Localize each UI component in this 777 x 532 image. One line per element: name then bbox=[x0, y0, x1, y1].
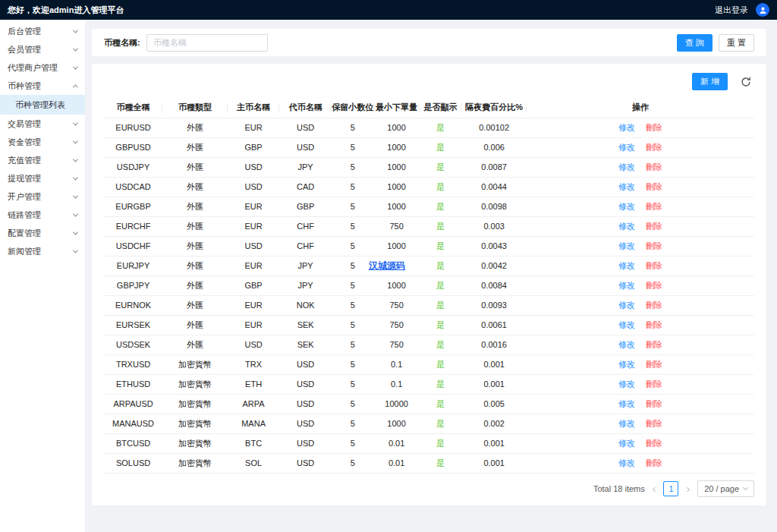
cell-name: USDJPY bbox=[104, 157, 162, 177]
sidebar-item-label: 新闻管理 bbox=[8, 246, 41, 257]
logout-link[interactable]: 退出登录 bbox=[715, 5, 748, 16]
delete-link[interactable]: 刪除 bbox=[646, 360, 662, 369]
add-button[interactable]: 新 增 bbox=[692, 73, 728, 90]
cell-name: EURJPY bbox=[104, 256, 162, 275]
sidebar-subitem[interactable]: 币种管理列表 bbox=[0, 95, 85, 115]
edit-link[interactable]: 修改 bbox=[618, 261, 635, 270]
delete-link[interactable]: 刪除 bbox=[646, 162, 662, 172]
cell-token: JPY bbox=[279, 275, 332, 295]
cell-main-coin: SOL bbox=[228, 453, 280, 473]
sidebar-item-label: 提现管理 bbox=[8, 173, 41, 184]
edit-link[interactable]: 修改 bbox=[618, 458, 635, 467]
chevron-up-icon bbox=[73, 84, 78, 90]
cell-overnight-fee: 0.001 bbox=[461, 433, 527, 453]
search-button[interactable]: 查 詢 bbox=[677, 34, 713, 52]
chevron-down-icon bbox=[73, 247, 78, 253]
watermark: 汉城源码 bbox=[369, 260, 405, 272]
edit-link[interactable]: 修改 bbox=[618, 419, 635, 428]
edit-link[interactable]: 修改 bbox=[618, 182, 635, 191]
sidebar-item[interactable]: 配置管理 bbox=[0, 224, 85, 242]
sidebar-item[interactable]: 提现管理 bbox=[0, 169, 85, 187]
delete-link[interactable]: 刪除 bbox=[646, 261, 662, 270]
table-row: GBPUSD 外匯 GBP USD 5 1000 是 0.006 修改刪除 bbox=[104, 137, 754, 157]
cell-show: 是 bbox=[420, 394, 462, 414]
edit-link[interactable]: 修改 bbox=[618, 162, 635, 172]
cell-actions: 修改刪除 bbox=[527, 216, 754, 236]
page-size-select[interactable]: 20 / page bbox=[697, 480, 754, 497]
sidebar-item[interactable]: 币种管理 bbox=[0, 77, 85, 95]
edit-link[interactable]: 修改 bbox=[618, 340, 635, 349]
delete-link[interactable]: 刪除 bbox=[646, 379, 662, 389]
chevron-down-icon bbox=[73, 46, 78, 51]
edit-link[interactable]: 修改 bbox=[618, 281, 635, 290]
table-row: EURGBP 外匯 EUR GBP 5 1000 是 0.0098 修改刪除 bbox=[104, 197, 754, 216]
sidebar-item[interactable]: 交易管理 bbox=[0, 115, 85, 133]
cell-name: ARPAUSD bbox=[104, 394, 162, 414]
cell-min-order: 10000 bbox=[374, 394, 420, 414]
delete-link[interactable]: 刪除 bbox=[646, 202, 662, 211]
cell-show: 是 bbox=[420, 315, 462, 335]
cell-type: 外匯 bbox=[162, 118, 228, 137]
delete-link[interactable]: 刪除 bbox=[646, 439, 662, 448]
delete-link[interactable]: 刪除 bbox=[646, 458, 662, 467]
refresh-button[interactable] bbox=[737, 73, 754, 90]
sidebar-item-label: 开户管理 bbox=[8, 191, 41, 203]
search-input[interactable] bbox=[146, 34, 268, 52]
delete-link[interactable]: 刪除 bbox=[646, 182, 662, 191]
cell-decimals: 5 bbox=[332, 414, 374, 433]
column-header: 币種全稱 bbox=[104, 98, 162, 118]
cell-overnight-fee: 0.001 bbox=[461, 374, 527, 394]
delete-link[interactable]: 刪除 bbox=[646, 281, 662, 290]
delete-link[interactable]: 刪除 bbox=[646, 301, 662, 310]
sidebar-item[interactable]: 后台管理 bbox=[0, 22, 85, 40]
cell-show: 是 bbox=[420, 197, 462, 216]
delete-link[interactable]: 刪除 bbox=[646, 320, 662, 329]
table-row: SOLUSD 加密貨幣 SOL USD 5 0.01 是 0.001 修改刪除 bbox=[104, 453, 754, 473]
edit-link[interactable]: 修改 bbox=[618, 202, 635, 211]
cell-min-order: 0.1 bbox=[374, 354, 420, 374]
delete-link[interactable]: 刪除 bbox=[646, 340, 662, 349]
column-header: 代币名稱 bbox=[279, 98, 332, 118]
next-page-icon[interactable]: › bbox=[684, 483, 691, 494]
delete-link[interactable]: 刪除 bbox=[646, 241, 662, 250]
sidebar-item[interactable]: 会员管理 bbox=[0, 40, 85, 58]
cell-show: 是 bbox=[420, 137, 462, 157]
column-header: 操作 bbox=[527, 98, 754, 118]
table-header-row: 币種全稱币種類型主币名稱代币名稱保留小数位最小下單量是否顯示隔夜費百分比%操作 bbox=[104, 98, 754, 118]
cell-main-coin: MANA bbox=[228, 414, 280, 433]
delete-link[interactable]: 刪除 bbox=[646, 399, 662, 408]
edit-link[interactable]: 修改 bbox=[618, 241, 635, 250]
sidebar-item[interactable]: 新闻管理 bbox=[0, 242, 85, 260]
main-content: 币種名稱: 查 詢 重 置 新 增 币種全稱币種類型主币名稱代币名稱保留小数位最… bbox=[85, 20, 777, 532]
edit-link[interactable]: 修改 bbox=[618, 143, 635, 152]
edit-link[interactable]: 修改 bbox=[618, 222, 635, 231]
edit-link[interactable]: 修改 bbox=[618, 360, 635, 369]
sidebar-item[interactable]: 代理商户管理 bbox=[0, 58, 85, 77]
table-row: EURNOK 外匯 EUR NOK 5 750 是 0.0093 修改刪除 bbox=[104, 295, 754, 315]
column-header: 是否顯示 bbox=[420, 98, 462, 118]
edit-link[interactable]: 修改 bbox=[618, 320, 635, 329]
delete-link[interactable]: 刪除 bbox=[646, 123, 662, 132]
cell-type: 加密貨幣 bbox=[162, 374, 228, 394]
edit-link[interactable]: 修改 bbox=[618, 123, 635, 132]
cell-min-order: 0.1 bbox=[374, 374, 420, 394]
sidebar-item[interactable]: 充值管理 bbox=[0, 151, 85, 169]
prev-page-icon[interactable]: ‹ bbox=[651, 483, 658, 494]
page-number[interactable]: 1 bbox=[663, 481, 678, 496]
edit-link[interactable]: 修改 bbox=[618, 301, 635, 310]
sidebar-item[interactable]: 资金管理 bbox=[0, 133, 85, 151]
table-row: USDJPY 外匯 USD JPY 5 1000 是 0.0087 修改刪除 bbox=[104, 157, 754, 177]
delete-link[interactable]: 刪除 bbox=[646, 143, 662, 152]
edit-link[interactable]: 修改 bbox=[618, 379, 635, 389]
avatar[interactable] bbox=[756, 3, 769, 17]
edit-link[interactable]: 修改 bbox=[618, 439, 635, 448]
sidebar-item[interactable]: 开户管理 bbox=[0, 187, 85, 206]
sidebar-item[interactable]: 链路管理 bbox=[0, 206, 85, 224]
delete-link[interactable]: 刪除 bbox=[646, 222, 662, 231]
delete-link[interactable]: 刪除 bbox=[646, 419, 662, 428]
cell-show: 是 bbox=[420, 295, 462, 315]
reset-button[interactable]: 重 置 bbox=[719, 34, 754, 52]
edit-link[interactable]: 修改 bbox=[618, 399, 635, 408]
cell-overnight-fee: 0.0084 bbox=[461, 275, 527, 295]
column-header: 币種類型 bbox=[162, 98, 228, 118]
